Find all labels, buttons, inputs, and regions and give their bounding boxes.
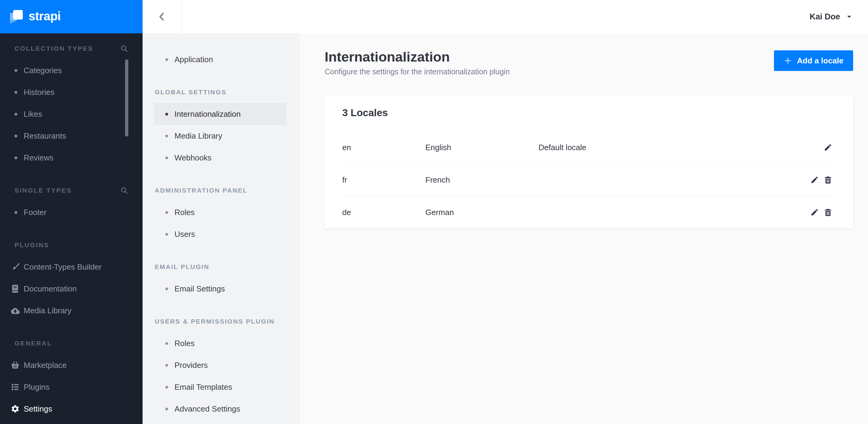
bullet-icon: [165, 211, 168, 214]
sidebar-item-label: Categories: [24, 66, 62, 75]
user-name: Kai Doe: [809, 12, 840, 22]
sidebar-item-media-library[interactable]: Media Library: [0, 300, 143, 322]
bullet-icon: [165, 157, 168, 159]
sidebar-item-footer[interactable]: Footer: [0, 201, 143, 223]
settings-item-label: Advanced Settings: [175, 404, 240, 414]
strapi-logo[interactable]: strapi: [0, 0, 143, 33]
locale-name: English: [425, 143, 538, 152]
edit-locale-button[interactable]: [810, 175, 819, 185]
bullet-icon: [14, 113, 17, 116]
bullet-icon: [165, 135, 168, 137]
sidebar-item-histories[interactable]: Histories: [0, 81, 143, 103]
edit-locale-button[interactable]: [810, 208, 819, 217]
caret-down-icon: [845, 13, 853, 20]
bullet-icon: [165, 58, 168, 61]
sidebar-item-label: Media Library: [24, 306, 71, 316]
settings-item-roles[interactable]: Roles: [154, 332, 286, 354]
pencil-icon: [810, 208, 819, 217]
search-icon[interactable]: [120, 186, 129, 195]
settings-item-media-library[interactable]: Media Library: [154, 125, 286, 147]
settings-item-email-settings[interactable]: Email Settings: [154, 278, 286, 300]
back-button[interactable]: [143, 0, 182, 33]
sidebar-item-label: Settings: [24, 404, 52, 414]
trash-icon: [824, 208, 832, 217]
sidebar-item-label: Restaurants: [24, 131, 66, 141]
settings-sidebar: ApplicationGLOBAL SETTINGSInternationali…: [143, 33, 300, 424]
sidebar-item-label: Content-Types Builder: [24, 262, 102, 272]
cloud-upload-icon: [11, 306, 20, 315]
user-menu[interactable]: Kai Doe: [809, 12, 868, 22]
settings-item-label: Internationalization: [175, 109, 241, 119]
section-header-label: PLUGINS: [14, 241, 49, 249]
sidebar-item-label: Histories: [24, 88, 54, 97]
bullet-icon: [165, 407, 168, 410]
topbar: Kai Doe: [143, 0, 868, 33]
locale-actions: [810, 175, 833, 185]
main-sidebar: strapi COLLECTION TYPESCategoriesHistori…: [0, 0, 143, 424]
settings-nav: ApplicationGLOBAL SETTINGSInternationali…: [143, 48, 300, 420]
settings-item-advanced-settings[interactable]: Advanced Settings: [154, 398, 286, 420]
locale-row-fr: frFrench: [324, 164, 853, 196]
search-icon[interactable]: [120, 44, 129, 53]
sidebar-item-marketplace[interactable]: Marketplace: [0, 354, 143, 376]
sidebar-scrollbar-thumb[interactable]: [125, 60, 128, 136]
settings-item-label: Webhooks: [175, 153, 212, 163]
section-header-label: GENERAL: [14, 340, 52, 347]
page-subtitle: Configure the settings for the internati…: [324, 66, 510, 77]
settings-item-providers[interactable]: Providers: [154, 354, 286, 376]
main-nav: COLLECTION TYPESCategoriesHistoriesLikes…: [0, 38, 143, 420]
sidebar-item-likes[interactable]: Likes: [0, 103, 143, 125]
settings-item-label: Roles: [175, 339, 194, 348]
delete-locale-button[interactable]: [824, 175, 833, 185]
sidebar-item-plugins[interactable]: Plugins: [0, 376, 143, 398]
pencil-icon: [810, 175, 819, 184]
bullet-icon: [165, 113, 168, 116]
bullet-icon: [14, 91, 17, 94]
settings-item-application[interactable]: Application: [154, 48, 286, 70]
settings-section-header-email-plugin: EMAIL PLUGIN: [143, 256, 300, 278]
settings-section-label: ADMINISTRATION PANEL: [155, 187, 248, 194]
sidebar-item-categories[interactable]: Categories: [0, 60, 143, 81]
locale-actions: [810, 208, 833, 217]
sidebar-item-documentation[interactable]: Documentation: [0, 278, 143, 300]
bullet-icon: [165, 342, 168, 345]
settings-item-label: Application: [175, 55, 213, 64]
sidebar-item-label: Documentation: [24, 284, 77, 294]
settings-item-internationalization[interactable]: Internationalization: [154, 103, 286, 125]
page-header: Internationalization Configure the setti…: [324, 48, 510, 77]
sidebar-item-label: Likes: [24, 109, 42, 119]
settings-item-label: Roles: [175, 208, 194, 217]
sidebar-item-label: Plugins: [24, 383, 50, 392]
settings-item-email-templates[interactable]: Email Templates: [154, 376, 286, 398]
settings-item-label: Email Templates: [175, 383, 232, 392]
bullet-icon: [165, 386, 168, 389]
sidebar-item-settings[interactable]: Settings: [0, 398, 143, 420]
sidebar-item-reviews[interactable]: Reviews: [0, 147, 143, 169]
locale-actions: [824, 143, 833, 152]
locale-row-de: deGerman: [324, 196, 853, 228]
settings-section-label: USERS & PERMISSIONS PLUGIN: [155, 318, 275, 325]
brush-icon: [11, 262, 20, 271]
settings-item-label: Users: [175, 230, 195, 239]
gear-icon: [11, 404, 20, 413]
bullet-icon: [14, 135, 17, 137]
sidebar-item-label: Reviews: [24, 153, 53, 163]
delete-locale-button[interactable]: [824, 208, 833, 217]
settings-item-label: Email Settings: [175, 284, 225, 294]
list-icon: [11, 383, 20, 392]
add-locale-button[interactable]: Add a locale: [774, 50, 853, 71]
settings-item-webhooks[interactable]: Webhooks: [154, 147, 286, 169]
sidebar-item-content-types-builder[interactable]: Content-Types Builder: [0, 256, 143, 278]
edit-locale-button[interactable]: [824, 143, 833, 152]
locales-table: enEnglishDefault localefrFrenchdeGerman: [324, 131, 853, 228]
sidebar-item-restaurants[interactable]: Restaurants: [0, 125, 143, 147]
bullet-icon: [14, 211, 17, 214]
settings-item-roles[interactable]: Roles: [154, 201, 286, 223]
settings-item-users[interactable]: Users: [154, 223, 286, 245]
section-header-label: COLLECTION TYPES: [14, 45, 93, 52]
bullet-icon: [165, 364, 168, 367]
strapi-logo-icon: [9, 9, 24, 24]
locale-code: en: [342, 143, 425, 152]
locale-row-en: enEnglishDefault locale: [324, 131, 853, 163]
bullet-icon: [165, 233, 168, 236]
